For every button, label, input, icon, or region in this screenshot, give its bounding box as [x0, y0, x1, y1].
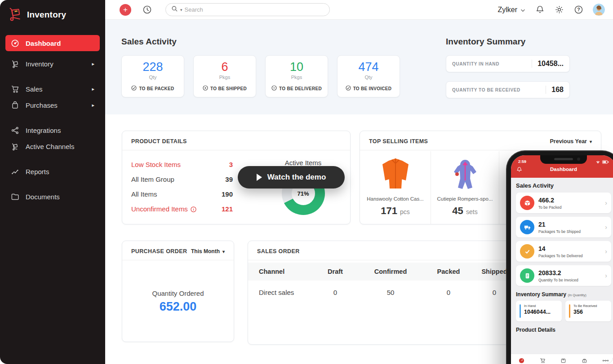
kpi-unit: Qty: [338, 75, 400, 80]
more-dots-icon: [602, 357, 609, 364]
field-value: 168: [546, 86, 564, 94]
submenu-caret-icon: ▸: [92, 102, 94, 108]
quick-create-button[interactable]: +: [120, 4, 131, 16]
row-value: 190: [222, 190, 233, 198]
notifications-button[interactable]: [535, 5, 545, 15]
user-avatar[interactable]: [593, 4, 605, 16]
row-label: All Item Group: [131, 175, 174, 183]
period-value: This Month: [191, 248, 220, 254]
sidebar-item-inventory[interactable]: Inventory ▸: [5, 56, 100, 72]
phone-card-to-be-invoiced: 20833.2Quantity To be Invoiced ›: [516, 265, 611, 286]
help-icon: ?: [574, 9, 583, 16]
row-unconfirmed-items[interactable]: Unconfirmed Items 121: [131, 202, 233, 216]
top-selling-item[interactable]: Hanswooly Cotton Cas... 171 pcs: [360, 151, 431, 224]
sidebar-item-label: Integrations: [26, 127, 61, 134]
period-dropdown[interactable]: Previous Year ▾: [550, 138, 592, 145]
dot-circle-icon: [203, 85, 208, 92]
top-selling-item[interactable]: Cutiepie Rompers-spo... 45 sets: [431, 151, 499, 224]
recent-history-button[interactable]: [141, 4, 153, 16]
items-icon: [582, 357, 587, 364]
card-title: TOP SELLING ITEMS: [369, 138, 428, 145]
quantity-to-be-received-field: QUANTITY TO BE RECEIVED 168: [446, 81, 570, 98]
info-icon[interactable]: [191, 206, 196, 212]
truck-icon: [520, 220, 534, 234]
sidebar-item-integrations[interactable]: Integrations: [5, 122, 100, 138]
check-icon: [520, 244, 534, 259]
phone-nav-dashboard: Dashboard: [511, 354, 532, 364]
phone-card-value: 21: [538, 221, 546, 228]
product-unit: sets: [466, 208, 478, 215]
search-scope-caret-icon[interactable]: ▾: [180, 8, 182, 12]
kpi-unit: Qty: [122, 75, 184, 80]
table-row[interactable]: Direct sales 0 50 0 0: [248, 281, 517, 304]
phone-product-details-title: Product Details: [516, 327, 611, 333]
row-all-item-group[interactable]: All Item Group 39: [131, 172, 233, 187]
phone-card-value: 14: [538, 245, 546, 252]
field-label: QUANTITY IN HAND: [452, 61, 499, 66]
package-icon: [520, 196, 534, 210]
bell-icon: [535, 9, 545, 16]
kpi-card-to-be-shipped[interactable]: 6 Pkgs TO BE SHIPPED: [193, 55, 256, 97]
settings-button[interactable]: [554, 5, 564, 15]
wifi-icon: [595, 158, 600, 166]
phone-card-to-be-shipped: 21Packages To be Shipped ›: [516, 217, 611, 237]
card-title: PURCHASE ORDER: [131, 248, 187, 254]
product-unit: pcs: [400, 208, 410, 215]
invoice-icon: [520, 268, 534, 283]
org-name: Zylker: [498, 6, 517, 14]
bag-icon: [11, 101, 19, 110]
jacket-product-image: [363, 157, 428, 193]
search-bar[interactable]: ▾: [165, 3, 330, 16]
watch-demo-button[interactable]: Watch the demo: [238, 166, 345, 189]
sidebar-item-sales[interactable]: Sales ▸: [5, 81, 100, 97]
org-switcher[interactable]: Zylker: [498, 6, 525, 14]
kpi-card-to-be-packed[interactable]: 228 Qty TO BE PACKED: [121, 55, 184, 97]
chevron-right-icon: ›: [605, 248, 607, 255]
folder-icon: [11, 193, 19, 201]
inventory-summary-title: Inventory Summary: [446, 37, 525, 47]
phone-card-label: Packages To be Shipped: [538, 229, 581, 234]
table-header-row: Channel Draft Confirmed Packed Shipped: [248, 263, 517, 281]
search-input[interactable]: [185, 6, 324, 13]
kpi-card-to-be-invoiced[interactable]: 474 Qty TO BE INVOICED: [337, 55, 400, 97]
cart-icon: [540, 357, 546, 364]
kpi-card-to-be-delivered[interactable]: 10 Pkgs TO BE DELIVERED: [265, 55, 328, 97]
phone-in-hand-card: In Hand 1046044...: [516, 301, 562, 321]
sidebar-item-label: Reports: [26, 168, 49, 175]
product-name: Cutiepie Rompers-spo...: [434, 196, 496, 202]
card-title: SALES ORDER: [257, 248, 300, 254]
play-icon: [257, 174, 262, 181]
kpi-label: TO BE INVOICED: [353, 86, 392, 91]
product-details-rows: Low Stock Items 3 All Item Group 39 All …: [131, 157, 233, 216]
submenu-caret-icon: ▸: [92, 86, 94, 92]
sidebar-item-label: Inventory: [26, 60, 53, 68]
help-button[interactable]: ?: [573, 5, 583, 15]
sidebar-item-active-channels[interactable]: Active Channels: [5, 138, 100, 154]
sidebar-item-label: Sales: [26, 85, 43, 93]
period-dropdown[interactable]: This Month ▾: [191, 248, 225, 254]
dashboard-icon: [519, 357, 524, 364]
phone-nav-sales-orders: Sales Orders: [532, 354, 553, 364]
row-all-items[interactable]: All Items 190: [131, 187, 233, 202]
sidebar-item-dashboard[interactable]: Dashboard: [5, 35, 100, 51]
svg-text:?: ?: [577, 7, 580, 12]
dolly-icon: [11, 60, 19, 68]
sidebar-item-reports[interactable]: Reports: [5, 163, 100, 180]
sidebar-item-documents[interactable]: Documents: [5, 189, 100, 205]
history-clock-icon: [142, 9, 152, 16]
sidebar-item-purchases[interactable]: Purchases ▸: [5, 97, 100, 113]
metric-label: Quantity Ordered: [122, 289, 234, 297]
row-low-stock-items[interactable]: Low Stock Items 3: [131, 157, 233, 172]
col-packed: Packed: [424, 268, 473, 275]
search-icon: [171, 5, 178, 14]
app-title: Inventory: [27, 10, 66, 20]
quantity-in-hand-field: QUANTITY IN HAND 10458...: [446, 55, 570, 72]
phone-header-area: 2:59 Dashboard: [511, 155, 613, 178]
cell-draft: 0: [314, 289, 357, 296]
col-confirmed: Confirmed: [357, 268, 424, 275]
kpi-label: TO BE DELIVERED: [279, 86, 322, 91]
kpi-value: 10: [266, 60, 328, 74]
chevron-right-icon: ›: [605, 199, 607, 206]
kpi-unit: Pkgs: [194, 75, 256, 80]
sidebar: Inventory Dashboard Inventory ▸ Sales ▸ …: [0, 0, 105, 364]
